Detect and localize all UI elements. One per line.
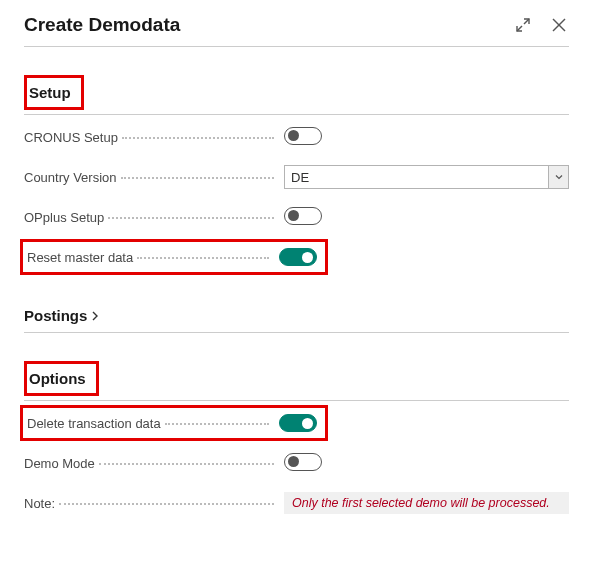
row-opplus-setup: OPplus Setup [24,199,569,235]
highlight-delete-transaction: Delete transaction data [20,405,328,441]
dots [122,137,274,139]
divider [24,332,569,333]
dialog-title: Create Demodata [24,14,180,36]
highlight-setup-title: Setup [24,75,84,110]
dots [59,503,274,505]
label-delete-transaction: Delete transaction data [27,416,165,431]
section-title-postings[interactable]: Postings [24,303,105,328]
label-cronus-setup: CRONUS Setup [24,130,122,145]
dots [108,217,274,219]
section-title-postings-text: Postings [24,307,87,324]
toggle-demo-mode[interactable] [284,453,322,471]
toggle-reset-master[interactable] [279,248,317,266]
section-title-options[interactable]: Options [29,366,90,391]
select-country-version[interactable]: DE [284,165,569,189]
chevron-right-icon [89,310,101,322]
divider [24,114,569,115]
expand-icon[interactable] [513,15,533,35]
label-note: Note: [24,496,59,511]
section-postings: Postings [24,303,569,333]
label-country-version: Country Version [24,170,121,185]
dots [137,257,269,259]
row-demo-mode: Demo Mode [24,445,569,481]
close-icon[interactable] [549,15,569,35]
note-text: Only the first selected demo will be pro… [284,492,569,514]
divider [24,400,569,401]
select-value: DE [291,170,309,185]
label-demo-mode: Demo Mode [24,456,99,471]
row-reset-master: Reset master data [24,239,569,275]
row-country-version: Country Version DE [24,159,569,195]
row-delete-transaction: Delete transaction data [24,405,569,441]
dots [121,177,275,179]
row-cronus-setup: CRONUS Setup [24,119,569,155]
dots [99,463,274,465]
chevron-down-icon [548,166,568,188]
label-opplus-setup: OPplus Setup [24,210,108,225]
highlight-reset-master: Reset master data [20,239,328,275]
toggle-delete-transaction[interactable] [279,414,317,432]
label-reset-master: Reset master data [27,250,137,265]
header-actions [513,15,569,35]
dialog-header: Create Demodata [24,14,569,47]
section-options: Options Delete transaction data Demo Mod… [24,361,569,521]
toggle-cronus-setup[interactable] [284,127,322,145]
toggle-opplus-setup[interactable] [284,207,322,225]
row-note: Note: Only the first selected demo will … [24,485,569,521]
dots [165,423,269,425]
section-setup: Setup CRONUS Setup Country Version DE [24,75,569,275]
highlight-options-title: Options [24,361,99,396]
section-title-setup[interactable]: Setup [29,80,75,105]
